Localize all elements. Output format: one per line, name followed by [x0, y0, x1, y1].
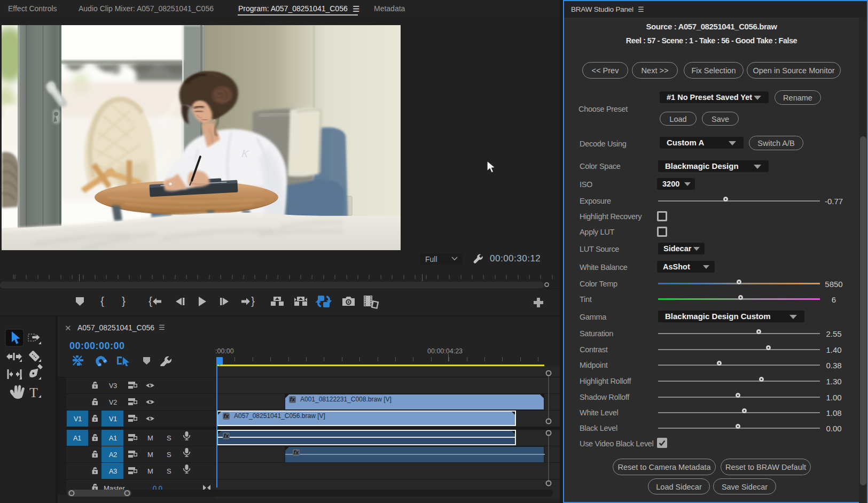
- svg-text:S: S: [167, 434, 171, 442]
- svg-text:M: M: [147, 467, 153, 475]
- svg-text:T: T: [29, 385, 38, 400]
- svg-text:S: S: [167, 451, 171, 459]
- svg-text:A2: A2: [109, 451, 117, 459]
- svg-text:S: S: [167, 467, 171, 475]
- svg-text:}: }: [251, 295, 255, 307]
- svg-text:V1: V1: [74, 415, 82, 423]
- svg-text:V1: V1: [109, 415, 117, 423]
- svg-text:V3: V3: [109, 382, 117, 390]
- svg-text:A3: A3: [109, 468, 117, 475]
- svg-text:A1: A1: [109, 435, 117, 442]
- svg-text:M: M: [147, 451, 153, 459]
- svg-text:{: {: [100, 295, 104, 307]
- svg-text:V2: V2: [109, 399, 117, 406]
- svg-text:A1: A1: [73, 435, 81, 442]
- svg-text:}: }: [122, 295, 126, 307]
- svg-text:{: {: [148, 295, 152, 307]
- svg-text:M: M: [147, 434, 153, 442]
